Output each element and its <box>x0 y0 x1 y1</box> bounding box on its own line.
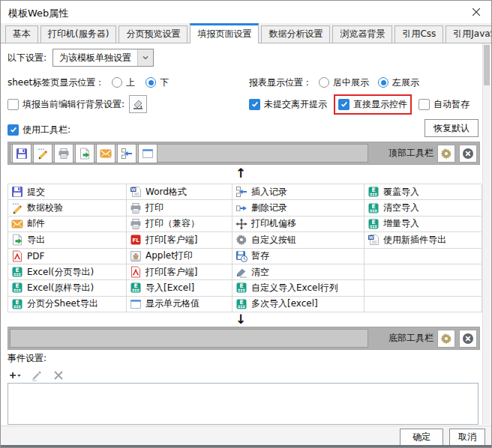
toolbar-item[interactable]: E清空导入 <box>364 200 482 216</box>
chevron-down-icon <box>137 49 153 66</box>
move-icon <box>236 218 248 230</box>
toolbar-item[interactable]: PDF <box>8 249 127 264</box>
toolbar-item[interactable]: E分页分Sheet导出 <box>8 297 127 312</box>
ok-button[interactable]: 确定 <box>400 429 443 446</box>
excel-icon: E <box>368 186 380 198</box>
titlebar: 模板Web属性 <box>1 1 491 23</box>
delete-x-button[interactable] <box>52 369 64 381</box>
toolbar-item[interactable]: E自定义导入Excel行列 <box>232 280 364 296</box>
radio-label: 下 <box>160 76 169 89</box>
mail-icon <box>11 218 23 230</box>
toolbar-item[interactable]: 显示单元格值 <box>127 297 232 312</box>
tab-基本[interactable]: 基本 <box>5 25 38 43</box>
toolbar-item[interactable]: 提交 <box>8 184 127 200</box>
tab-浏览器背景[interactable]: 浏览器背景 <box>332 25 392 43</box>
toolbar-item[interactable]: EExcel(分页导出) <box>8 264 127 280</box>
edit-pencil-button[interactable] <box>31 369 43 381</box>
toolbar-item[interactable]: 打印 <box>127 200 232 216</box>
radio-左展示[interactable]: 左展示 <box>378 76 419 89</box>
radio-下[interactable]: 下 <box>146 76 169 89</box>
tab-数据分析设置[interactable]: 数据分析设置 <box>261 25 330 43</box>
toolbar-item-label: 自定义按钮 <box>251 234 296 246</box>
scrollbar-thumb[interactable] <box>484 45 490 85</box>
toolbar-item[interactable]: 插入记录 <box>232 184 364 200</box>
plus-menu-button[interactable] <box>9 369 21 381</box>
toolbar-item[interactable]: E导入[Excel] <box>127 280 232 296</box>
vertical-scrollbar[interactable] <box>482 43 490 425</box>
checkbox-未提交离开提示[interactable]: 未提交离开提示 <box>249 98 327 111</box>
validate-button[interactable] <box>33 144 52 163</box>
excel-icon: E <box>11 298 23 310</box>
toolbar-item[interactable]: E增量导入 <box>364 217 482 232</box>
events-toolbar <box>9 366 64 384</box>
bottom-toolbar-settings-button[interactable] <box>437 330 455 348</box>
toolbar-item[interactable]: EExcel(原样导出) <box>8 280 127 296</box>
toolbar-item-label: 打印 <box>146 202 164 214</box>
toolbar-item-label: 增量导入 <box>383 217 419 230</box>
svg-text:E: E <box>15 299 19 306</box>
toolbar-item[interactable]: 删除记录 <box>232 200 364 216</box>
tab-填报页面设置[interactable]: 填报页面设置 <box>190 23 259 43</box>
toolbar-item[interactable]: E覆盖导入 <box>364 184 482 200</box>
scope-select[interactable]: 为该模板单独设置 <box>52 49 154 67</box>
toolbar-item[interactable]: Applet打印 <box>127 249 232 264</box>
toolbar-item[interactable]: W使用新插件导出 <box>364 232 482 248</box>
delete-record-icon <box>236 202 248 214</box>
toolbar-item[interactable]: 自定义按钮 <box>232 232 364 248</box>
use-toolbar-row: 使用工具栏: <box>8 121 478 138</box>
scope-label: 以下设置: <box>8 52 46 64</box>
mail-button[interactable] <box>96 144 116 163</box>
bottom-toolbar-remove-button[interactable] <box>459 330 477 348</box>
row-bg-color-button[interactable] <box>129 95 147 113</box>
save-button[interactable] <box>12 144 32 163</box>
gear-icon <box>440 333 452 345</box>
toolbar-item[interactable]: 邮件 <box>8 217 127 232</box>
radio-上[interactable]: 上 <box>112 76 135 89</box>
radio-居中展示[interactable]: 居中展示 <box>319 76 369 89</box>
applet-icon <box>130 250 142 262</box>
toolbar-item-label: 暂存 <box>251 249 269 262</box>
radio-button <box>146 77 156 88</box>
svg-text:W: W <box>369 235 374 240</box>
insert-record-button[interactable] <box>117 144 136 163</box>
checkbox-自动暂存[interactable]: 自动暂存 <box>418 98 470 111</box>
toolbar-item[interactable]: WWord格式 <box>127 184 232 200</box>
toolbar-item[interactable]: 打印（兼容） <box>127 217 232 232</box>
tab-打印机(服务器)[interactable]: 打印机(服务器) <box>40 25 116 43</box>
window-bottom-edge <box>1 445 491 447</box>
save-icon <box>11 186 23 198</box>
top-toolbar-remove-button[interactable] <box>459 145 477 163</box>
blank-box-button[interactable] <box>138 144 158 163</box>
cancel-button[interactable]: 取消 <box>449 429 485 446</box>
toolbar-item[interactable]: E多次导入[excel] <box>232 297 364 312</box>
restore-default-button[interactable]: 恢复默认 <box>424 119 478 137</box>
events-list[interactable] <box>8 383 478 425</box>
svg-text:E: E <box>15 283 19 290</box>
move-up-arrow: ↑ <box>2 166 480 181</box>
toolbar-item[interactable]: 打印机偏移 <box>232 217 364 232</box>
checkbox-直接显示控件[interactable]: 直接显示控件 <box>338 98 407 111</box>
word-icon: W <box>368 234 380 246</box>
tab-分页预览设置[interactable]: 分页预览设置 <box>118 25 188 43</box>
top-toolbar-settings-button[interactable] <box>437 145 455 163</box>
toolbar-item[interactable]: 打印[客户端] <box>127 264 232 280</box>
toolbar-item-label: PDF <box>27 251 44 261</box>
toolbar-item[interactable]: 清空 <box>232 264 364 280</box>
toolbar-item[interactable]: 暂存 <box>232 249 364 264</box>
tab-引用Css[interactable]: 引用Css <box>394 25 443 43</box>
mail-icon <box>100 148 112 160</box>
svg-text:W: W <box>131 187 136 192</box>
toolbar-item[interactable]: 数据校验 <box>8 200 127 216</box>
checkbox-label: 未提交离开提示 <box>264 98 327 111</box>
flags-group: 未提交离开提示直接显示控件自动暂存 <box>249 94 470 115</box>
toolbar-item[interactable]: FL打印[客户端] <box>127 232 232 248</box>
events-label: 事件设置: <box>8 352 46 365</box>
tab-引用JavaScript[interactable]: 引用JavaScript <box>446 25 492 43</box>
close-icon[interactable] <box>470 6 482 18</box>
print-button[interactable] <box>54 144 74 163</box>
top-toolbar-controls: 顶部工具栏 <box>388 142 477 164</box>
checkbox-row-bg[interactable]: 填报当前编辑行背景设置: <box>8 98 124 111</box>
toolbar-item[interactable]: 导出 <box>8 232 127 248</box>
checkbox-use-toolbar[interactable]: 使用工具栏: <box>8 124 70 136</box>
export-button[interactable] <box>75 144 94 163</box>
